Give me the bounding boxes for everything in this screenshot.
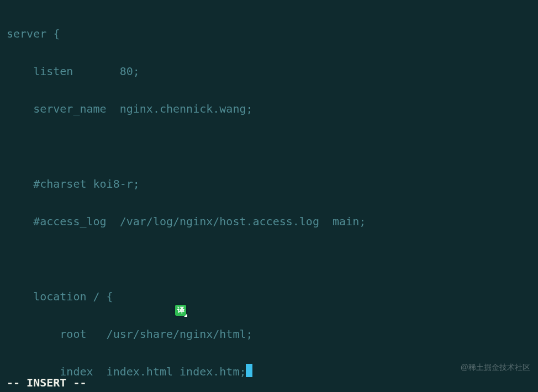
code-line xyxy=(7,250,538,268)
code-editor[interactable]: server { listen 80; server_name nginx.ch… xyxy=(0,0,538,392)
code-line: #charset koi8-r; xyxy=(7,174,538,193)
code-line: server { xyxy=(7,24,538,43)
code-line xyxy=(7,137,538,156)
vim-mode-status: -- INSERT -- xyxy=(7,373,87,392)
code-line: root /usr/share/nginx/html; xyxy=(7,325,538,343)
watermark-text: @稀土掘金技术社区 xyxy=(461,358,530,377)
code-line: server_name nginx.chennick.wang; xyxy=(7,99,538,118)
text-cursor xyxy=(246,364,252,377)
code-line: location / { xyxy=(7,287,538,306)
code-line: listen 80; xyxy=(7,62,538,81)
translate-icon[interactable]: 译 xyxy=(175,305,186,316)
code-line: #access_log /var/log/nginx/host.access.l… xyxy=(7,212,538,231)
